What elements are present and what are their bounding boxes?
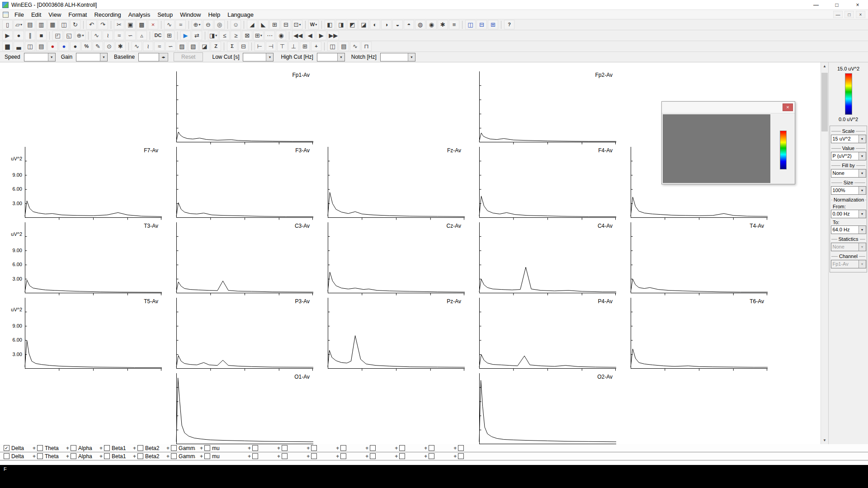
axis-bottom-icon[interactable]: ⊥ xyxy=(288,42,299,51)
band-checkbox-alpha[interactable] xyxy=(71,445,76,451)
save-icon[interactable]: ▤ xyxy=(25,20,35,29)
step-back-icon[interactable]: ◀ xyxy=(305,31,315,40)
copy-icon[interactable]: ▣ xyxy=(125,20,136,29)
brain-map-icon-10[interactable]: ◉ xyxy=(426,20,437,29)
band-checkbox-beta1[interactable] xyxy=(104,445,110,451)
band-checkbox-extra[interactable] xyxy=(311,445,317,451)
spectrum-plot-pz-av[interactable]: Pz-Av xyxy=(328,298,465,369)
menu-language[interactable]: Language xyxy=(224,10,257,19)
fast-forward-icon[interactable]: ▶▶ xyxy=(327,31,339,40)
patient-search-icon[interactable]: ☺ xyxy=(231,20,241,29)
menu-file[interactable]: File xyxy=(11,10,28,19)
spectrum-plot-t4-av[interactable]: T4-Av xyxy=(631,222,768,293)
process-icon[interactable]: ✱ xyxy=(115,42,126,51)
band-checkbox-extra[interactable] xyxy=(429,445,434,451)
value-select-dropdown-icon[interactable]: ▼ xyxy=(859,152,866,160)
open-file-icon[interactable]: ▱▾ xyxy=(14,20,24,29)
menu-setup[interactable]: Setup xyxy=(154,10,176,19)
texture-map-icon[interactable]: ▧ xyxy=(188,42,198,51)
bar-view-icon[interactable]: ▆ xyxy=(2,42,13,51)
wavelet-icon[interactable]: ≀ xyxy=(143,42,153,51)
size-select[interactable]: 100%▼ xyxy=(831,186,866,195)
band-checkbox-extra[interactable] xyxy=(282,453,288,459)
coherence-icon[interactable]: ≈ xyxy=(154,42,165,51)
baseline-spin-arrows-icon[interactable]: ◂▸ xyxy=(159,53,168,61)
gain-select[interactable]: ▼ xyxy=(76,53,108,61)
menu-format[interactable]: Format xyxy=(65,10,90,19)
report-icon[interactable]: ▤ xyxy=(339,42,349,51)
fillby-select[interactable]: None▼ xyxy=(831,169,866,178)
filter-highcut-icon[interactable]: ≀ xyxy=(103,31,113,40)
band-checkbox-extra[interactable] xyxy=(252,445,258,451)
band-checkbox-extra[interactable] xyxy=(282,445,288,451)
mdi-restore-button[interactable]: □ xyxy=(844,11,854,18)
pause-icon[interactable]: ∥ xyxy=(25,31,35,40)
menu-recording[interactable]: Recording xyxy=(90,10,124,19)
wave-multi-icon[interactable]: ≈ xyxy=(175,20,186,29)
threshold-high-icon[interactable]: ≥ xyxy=(231,31,241,40)
norm-to-select-dropdown-icon[interactable]: ▼ xyxy=(859,226,866,234)
compare-epochs-icon[interactable]: ⇄ xyxy=(192,31,202,40)
spectrum-plot-p3-av[interactable]: P3-Av xyxy=(176,298,313,369)
low-cut-select[interactable]: ▼ xyxy=(243,53,274,61)
band-checkbox-beta2[interactable] xyxy=(137,445,143,451)
axis-left-icon[interactable]: ⊢ xyxy=(255,42,265,51)
band-checkbox-mu[interactable] xyxy=(204,445,210,451)
spectrum-plot-o1-av[interactable]: O1-Av xyxy=(176,373,313,444)
stop-icon[interactable]: ■ xyxy=(36,31,47,40)
band-checkbox-theta[interactable] xyxy=(37,453,43,459)
norm-from-select-dropdown-icon[interactable]: ▼ xyxy=(859,210,866,218)
dc-correction-icon[interactable]: DC xyxy=(153,31,163,40)
spectrum-plot-fz-av[interactable]: Fz-Av xyxy=(328,147,465,218)
new-file-icon[interactable]: ▯ xyxy=(2,20,13,29)
spectrum-plot-f7-av[interactable]: uV^29.006.003.00F7-Av xyxy=(25,147,162,218)
z-score-icon[interactable]: Z xyxy=(211,42,221,51)
band-checkbox-gamma[interactable] xyxy=(171,453,177,459)
menu-edit[interactable]: Edit xyxy=(28,10,45,19)
zoom-tool-icon-dropdown[interactable]: ▾ xyxy=(82,33,84,38)
band-checkbox-gamma[interactable] xyxy=(171,445,177,451)
scale-select[interactable]: 15 uV^2▼ xyxy=(831,135,866,143)
band-checkbox-theta[interactable] xyxy=(37,445,43,451)
open-file-icon-dropdown[interactable]: ▾ xyxy=(20,23,22,27)
low-cut-select-dropdown-icon[interactable]: ▼ xyxy=(266,53,273,61)
red-dot-icon[interactable]: ● xyxy=(47,42,58,51)
filter-band-icon[interactable]: ≈ xyxy=(114,31,124,40)
speed-select[interactable]: ▼ xyxy=(24,53,56,61)
spectrum-plot-fp1-av[interactable]: Fp1-Av xyxy=(176,71,313,142)
menu-view[interactable]: View xyxy=(45,10,65,19)
black-dot-icon[interactable]: ● xyxy=(70,42,80,51)
zoom-tool-icon[interactable]: ⊕▾ xyxy=(75,31,85,40)
waveform-icon[interactable]: ∿ xyxy=(350,42,360,51)
band-checkbox-extra[interactable] xyxy=(458,445,464,451)
scroll-down-button[interactable]: ▼ xyxy=(821,436,828,444)
band-checkbox-extra[interactable] xyxy=(429,453,434,459)
speed-select-dropdown-icon[interactable]: ▼ xyxy=(48,53,55,61)
size-select-dropdown-icon[interactable]: ▼ xyxy=(859,187,866,194)
print-icon[interactable]: ▦ xyxy=(47,20,58,29)
spectrum-plot-f4-av[interactable]: F4-Av xyxy=(479,147,616,218)
threshold-low-icon[interactable]: ≤ xyxy=(219,31,230,40)
norm-to-select[interactable]: 64.0 Hz▼ xyxy=(831,225,866,234)
spectrum-plot-f3-av[interactable]: F3-Av xyxy=(176,147,313,218)
band-checkbox-beta2[interactable] xyxy=(137,453,143,459)
spectrum-curve-icon[interactable]: ∿ xyxy=(132,42,142,51)
scroll-up-button[interactable]: ▲ xyxy=(821,62,828,70)
mdi-minimize-button[interactable]: — xyxy=(833,11,843,18)
montage-list-icon[interactable]: ≡ xyxy=(449,20,459,29)
band-checkbox-extra[interactable] xyxy=(340,445,346,451)
brain-map-icon-5[interactable]: ◐ xyxy=(370,20,380,29)
split-screen-icon[interactable]: ◨▾ xyxy=(208,31,218,40)
spectrum-plot-o2-av[interactable]: O2-Av xyxy=(479,373,616,444)
target-icon[interactable]: ⊙ xyxy=(104,42,114,51)
table-rows-icon[interactable]: ⊟ xyxy=(281,20,291,29)
scrollbar-thumb[interactable] xyxy=(821,73,828,131)
dual-view-icon[interactable]: ◫ xyxy=(25,42,35,51)
step-forward-icon[interactable]: ▶ xyxy=(316,31,326,40)
band-checkbox-extra[interactable] xyxy=(252,453,258,459)
electrode-icon[interactable]: ◉ xyxy=(276,31,286,40)
brain-map-icon-3[interactable]: ◩ xyxy=(347,20,358,29)
reset-button[interactable]: Reset xyxy=(174,52,203,61)
menu-analysis[interactable]: Analysis xyxy=(125,10,154,19)
brain-map-icon-7[interactable]: ◒ xyxy=(392,20,403,29)
